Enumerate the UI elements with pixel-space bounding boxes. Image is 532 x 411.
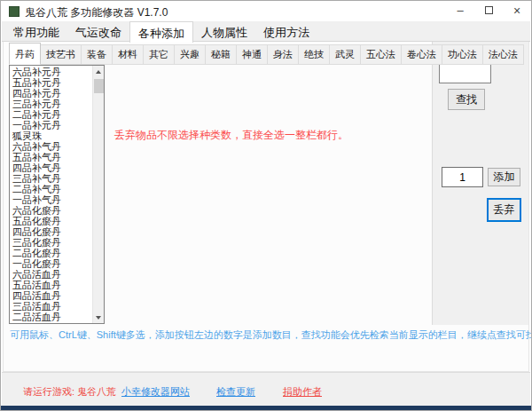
category-tab-4[interactable]: 其它 xyxy=(144,44,175,65)
category-tab-2[interactable]: 装备 xyxy=(82,44,113,65)
list-item[interactable]: 四品活血丹 xyxy=(10,290,92,301)
app-icon xyxy=(9,6,20,17)
tab-page-additions: 丹药技艺书装备材料其它兴趣秘籍神通身法绝技武灵五心法卷心法功心法法心法 六品补元… xyxy=(3,42,529,372)
category-tab-8[interactable]: 身法 xyxy=(268,44,299,65)
window-title: 鬼谷八荒 多功能修改器 V1.7.0 xyxy=(25,5,168,20)
list-item[interactable]: 一品补元丹 xyxy=(10,120,92,130)
scroll-up-button[interactable] xyxy=(93,66,105,77)
category-tab-0[interactable]: 丹药 xyxy=(9,43,41,65)
close-button[interactable]: × xyxy=(503,1,531,21)
category-tab-1[interactable]: 技艺书 xyxy=(41,44,82,65)
category-tab-9[interactable]: 绝技 xyxy=(299,44,330,65)
list-item[interactable]: 三品补元丹 xyxy=(10,99,92,109)
list-item[interactable]: 二品补气丹 xyxy=(10,184,92,194)
list-item[interactable]: 三品化瘀丹 xyxy=(10,237,92,248)
menu-tab-3[interactable]: 人物属性 xyxy=(193,21,255,42)
titlebar: 鬼谷八荒 多功能修改器 V1.7.0 – × xyxy=(1,1,531,21)
list-item[interactable]: 三品补气丹 xyxy=(10,173,92,184)
list-item[interactable]: 一品补气丹 xyxy=(10,194,92,205)
list-item[interactable]: 四品补气丹 xyxy=(10,162,92,173)
app-window: 鬼谷八荒 多功能修改器 V1.7.0 – × 常用功能气运改命各种添加人物属性使… xyxy=(0,0,532,411)
listbox-scrollbar[interactable] xyxy=(92,66,104,323)
list-item[interactable]: 二品活血丹 xyxy=(10,312,92,322)
list-item[interactable]: 四品化瘀丹 xyxy=(10,226,92,237)
menu-tab-4[interactable]: 使用方法 xyxy=(255,21,317,42)
list-item[interactable]: 五品补元丹 xyxy=(10,77,92,88)
list-item[interactable]: 五品化瘀丹 xyxy=(10,216,92,226)
maximize-button[interactable] xyxy=(474,1,503,21)
list-item[interactable]: 一品化瘀丹 xyxy=(10,258,92,269)
category-tab-11[interactable]: 五心法 xyxy=(361,44,402,65)
check-update-link[interactable]: 检查更新 xyxy=(216,385,255,399)
category-tab-6[interactable]: 秘籍 xyxy=(206,44,237,65)
list-item[interactable]: 二品化瘀丹 xyxy=(10,248,92,258)
menu-tab-2[interactable]: 各种添加 xyxy=(129,21,193,43)
category-tab-14[interactable]: 法心法 xyxy=(483,44,524,65)
maximize-icon xyxy=(485,6,493,14)
minimize-icon: – xyxy=(457,4,463,17)
list-item[interactable]: 五品补气丹 xyxy=(10,152,92,162)
category-tab-13[interactable]: 功心法 xyxy=(442,44,483,65)
category-tab-7[interactable]: 神通 xyxy=(237,44,268,65)
list-item[interactable]: 六品补气丹 xyxy=(10,141,92,152)
menu-tab-0[interactable]: 常用功能 xyxy=(5,21,67,42)
category-tab-bar: 丹药技艺书装备材料其它兴趣秘籍神通身法绝技武灵五心法卷心法功心法法心法 xyxy=(9,48,426,65)
scroll-up-icon xyxy=(96,70,101,74)
menu-tab-1[interactable]: 气运改命 xyxy=(67,21,129,42)
usage-hint-text: 可用鼠标、CtrL键、Shift键多选，添加按钮左边的数字是添加数目，查找功能会… xyxy=(10,328,531,342)
list-item[interactable]: 五品活血丹 xyxy=(10,280,92,290)
discard-hint-text: 丢弃物品不限选择种类数，直接全选一整栏都行。 xyxy=(114,128,348,143)
list-item[interactable]: 六品补元丹 xyxy=(10,67,92,77)
menu-tab-bar: 常用功能气运改命各种添加人物属性使用方法 xyxy=(2,21,530,42)
donate-link[interactable]: 捐助作者 xyxy=(283,385,322,399)
right-control-panel: 查找 添加 丢弃 xyxy=(432,42,528,325)
list-item[interactable]: 四品补元丹 xyxy=(10,88,92,99)
item-listbox[interactable]: 六品补元丹五品补元丹四品补元丹三品补元丹二品补元丹一品补元丹狐灵珠六品补气丹五品… xyxy=(9,65,105,324)
list-item[interactable]: 狐灵珠 xyxy=(10,130,92,141)
list-item[interactable]: 六品活血丹 xyxy=(10,269,92,280)
find-button[interactable]: 查找 xyxy=(448,89,485,110)
website-link[interactable]: 小幸修改器网站 xyxy=(121,385,190,399)
list-item[interactable]: 二品补元丹 xyxy=(10,109,92,120)
run-game-status: 请运行游戏: 鬼谷八荒 xyxy=(23,385,116,399)
discard-button[interactable]: 丢弃 xyxy=(487,198,521,222)
add-button[interactable]: 添加 xyxy=(488,168,520,186)
window-bottom-border xyxy=(1,406,531,410)
scrollbar-thumb[interactable] xyxy=(94,79,104,93)
category-tab-5[interactable]: 兴趣 xyxy=(175,44,206,65)
add-count-input[interactable] xyxy=(442,167,483,187)
minimize-button[interactable]: – xyxy=(446,1,474,21)
item-list: 六品补元丹五品补元丹四品补元丹三品补元丹二品补元丹一品补元丹狐灵珠六品补气丹五品… xyxy=(10,67,92,322)
category-tab-12[interactable]: 卷心法 xyxy=(402,44,442,65)
close-icon: × xyxy=(513,4,520,18)
status-bar: 请运行游戏: 鬼谷八荒 小幸修改器网站 检查更新 捐助作者 xyxy=(2,372,530,407)
scroll-down-icon xyxy=(96,316,101,320)
category-tab-10[interactable]: 武灵 xyxy=(330,44,361,65)
scroll-down-button[interactable] xyxy=(93,312,105,323)
list-item[interactable]: 三品活血丹 xyxy=(10,301,92,312)
list-item[interactable]: 六品化瘀丹 xyxy=(10,205,92,216)
category-tab-3[interactable]: 材料 xyxy=(113,44,144,65)
